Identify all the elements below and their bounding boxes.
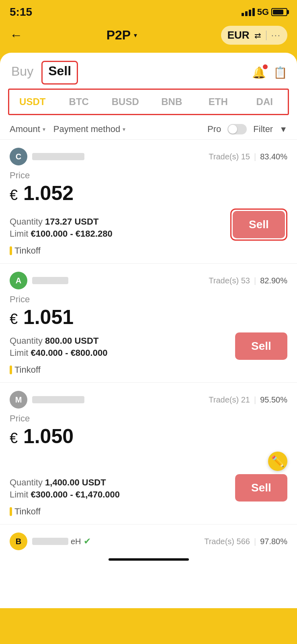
crypto-tab-usdt[interactable]: USDT (9, 90, 56, 114)
filter-row: Amount ▾ Payment method ▾ Pro Filter ▼ (0, 119, 297, 140)
card-header: B eH ✔ Trade(s) 566 | 97.80% (10, 533, 287, 550)
crypto-tab-dai[interactable]: DAI (242, 90, 288, 114)
price-label: Price (10, 170, 287, 181)
filter-right: Pro Filter ▼ (207, 124, 287, 134)
quantity-value: 800.00 USDT (45, 336, 98, 346)
quantity-value: 1,400.00 USDT (45, 477, 106, 487)
trade-stats: Trade(s) 53 | 82.90% (209, 276, 287, 285)
tab-row: Buy Sell 🔔 📋 (0, 53, 297, 85)
card-header: A Trade(s) 53 | 82.90% (10, 272, 287, 289)
card-header: M Trade(s) 21 | 95.50% (10, 391, 287, 409)
main-content: Buy Sell 🔔 📋 USDT BTC BUSD BNB ETH DAI A… (0, 53, 297, 608)
user-info: A (10, 272, 68, 289)
trades-label: Trade(s) 15 (209, 152, 250, 161)
payment-tag: Tinkoff (10, 246, 287, 256)
payment-name: Tinkoff (14, 246, 41, 256)
trade-card-partial: B eH ✔ Trade(s) 566 | 97.80% (0, 524, 297, 561)
edit-fab-button[interactable]: ✏️ (268, 452, 287, 471)
price-label: Price (10, 413, 287, 424)
network-type: 5G (257, 7, 269, 17)
tab-buy[interactable]: Buy (10, 61, 41, 85)
payment-indicator (10, 365, 12, 374)
p2p-dropdown-icon[interactable]: ▾ (134, 31, 137, 39)
price-value: € 1.050 (10, 425, 287, 448)
quantity-row: Quantity 173.27 USDT (10, 217, 230, 227)
price-value: € 1.052 (10, 182, 287, 204)
currency-label: EUR (227, 29, 250, 41)
username-blur (32, 396, 84, 403)
trades-label: Trade(s) 21 (209, 395, 250, 405)
quantity-row: Quantity 1,400.00 USDT (10, 477, 235, 488)
payment-name: Tinkoff (14, 506, 41, 517)
crypto-tab-eth[interactable]: ETH (195, 90, 242, 114)
trade-card: A Trade(s) 53 | 82.90% Price € 1.051 Qua… (0, 264, 297, 383)
trade-percentage: 83.40% (260, 152, 287, 161)
status-icons: 5G (242, 7, 287, 17)
header-title: P2P ▾ (107, 28, 137, 43)
username-blur (32, 538, 68, 545)
amount-filter[interactable]: Amount ▾ (10, 124, 45, 134)
payment-indicator (10, 507, 12, 516)
limit-value: €300.000 - €1,470.000 (31, 489, 120, 500)
payment-tag: Tinkoff (10, 365, 287, 375)
sell-button-2[interactable]: Sell (235, 332, 287, 360)
card-body: Quantity 1,400.00 USDT Limit €300.000 - … (10, 452, 287, 502)
username-suffix: eH (71, 537, 81, 546)
filter-icon: ▼ (279, 125, 287, 134)
avatar: C (10, 148, 27, 165)
avatar: M (10, 391, 27, 409)
status-time: 5:15 (10, 6, 32, 19)
card-body: Quantity 800.00 USDT Limit €40.000 - €80… (10, 332, 287, 360)
payment-name: Tinkoff (14, 365, 41, 375)
sell-button-3[interactable]: Sell (235, 474, 287, 502)
exchange-icon: ⇄ (254, 31, 261, 40)
pro-label: Pro (207, 124, 221, 134)
crypto-tab-busd[interactable]: BUSD (102, 90, 149, 114)
price-label: Price (10, 294, 287, 305)
limit-row: Limit €40.000 - €800.000 (10, 348, 235, 358)
limit-value: €40.000 - €800.000 (31, 348, 108, 358)
trade-percentage: 95.50% (260, 395, 287, 405)
amount-dropdown-icon: ▾ (43, 126, 45, 132)
username-blur (32, 153, 84, 160)
currency-selector[interactable]: EUR ⇄ ··· (221, 26, 287, 45)
trade-stats: Trade(s) 15 | 83.40% (209, 152, 287, 161)
quantity-value: 173.27 USDT (45, 217, 98, 227)
payment-filter[interactable]: Payment method ▾ (53, 124, 125, 134)
tab-actions: 🔔 📋 (252, 66, 287, 79)
page-title: P2P (107, 28, 131, 43)
trade-percentage: 82.90% (260, 276, 287, 285)
sell-button-1[interactable]: Sell (233, 211, 285, 238)
payment-filter-label: Payment method (53, 124, 120, 134)
tab-sell-wrapper: Sell (41, 61, 78, 85)
user-info: B eH ✔ (10, 533, 91, 550)
pro-toggle[interactable] (227, 124, 247, 134)
sell-button-wrapper: Sell (230, 208, 287, 241)
list-view-button[interactable]: 📋 (273, 66, 287, 79)
trades-label: Trade(s) 53 (209, 276, 250, 285)
card-body: Quantity 173.27 USDT Limit €100.000 - €1… (10, 208, 287, 241)
trade-stats: Trade(s) 21 | 95.50% (209, 395, 287, 405)
crypto-tab-btc[interactable]: BTC (56, 90, 102, 114)
notification-button[interactable]: 🔔 (252, 66, 266, 79)
tab-sell[interactable]: Sell (48, 64, 71, 78)
user-info: C (10, 148, 84, 165)
crypto-tab-row: USDT BTC BUSD BNB ETH DAI (8, 89, 289, 115)
payment-tag: Tinkoff (10, 506, 287, 517)
card-details: Quantity 1,400.00 USDT Limit €300.000 - … (10, 477, 235, 502)
username-blur (32, 277, 68, 284)
trades-label: Trade(s) 566 (204, 537, 250, 546)
home-indicator (109, 558, 189, 561)
back-button[interactable]: ← (10, 28, 23, 43)
battery-icon (271, 8, 287, 16)
avatar: A (10, 272, 27, 289)
card-header: C Trade(s) 15 | 83.40% (10, 148, 287, 165)
trade-card-wrapper: M Trade(s) 21 | 95.50% Price € 1.050 Qua… (0, 383, 297, 524)
filter-label: Filter (253, 124, 273, 134)
crypto-tab-bnb[interactable]: BNB (149, 90, 195, 114)
more-options-button[interactable]: ··· (271, 30, 281, 41)
user-info: M (10, 391, 84, 409)
card-details: Quantity 800.00 USDT Limit €40.000 - €80… (10, 336, 235, 360)
trade-card: C Trade(s) 15 | 83.40% Price € 1.052 Qua… (0, 140, 297, 264)
header-divider (266, 31, 266, 40)
